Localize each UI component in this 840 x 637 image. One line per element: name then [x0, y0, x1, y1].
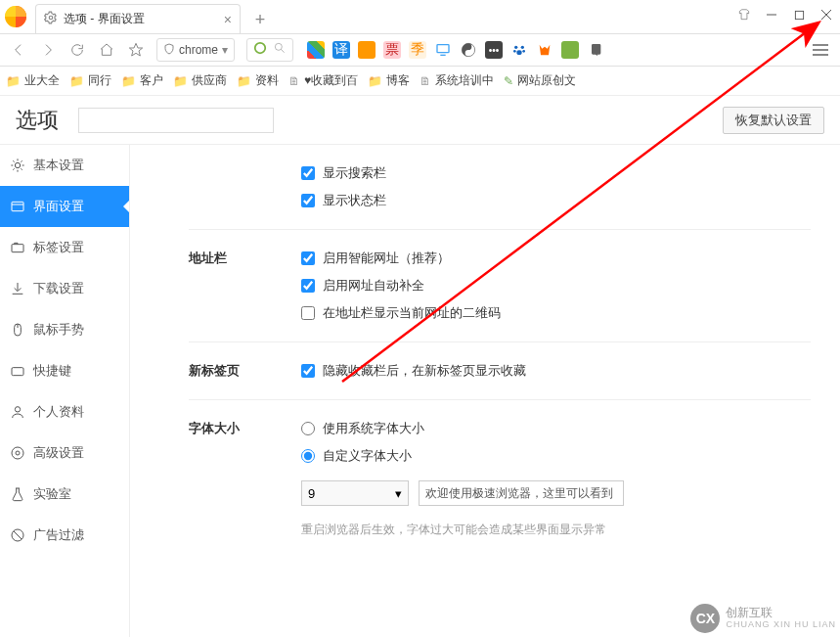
checkbox-label: 显示状态栏 — [323, 192, 386, 209]
bookmark-folder[interactable]: 📁资料 — [237, 72, 279, 89]
sidebar-item-label: 下载设置 — [33, 280, 84, 297]
folder-icon: 📁 — [6, 74, 21, 88]
sidebar-item-mouse[interactable]: 鼠标手势 — [0, 309, 129, 350]
checkbox-show-status[interactable]: 显示状态栏 — [301, 192, 811, 209]
tab-options[interactable]: 选项 - 界面设置 × — [35, 4, 241, 33]
sidebar-item-download[interactable]: 下载设置 — [0, 268, 129, 309]
radio-custom-font[interactable]: 自定义字体大小 — [301, 447, 811, 465]
search-icon[interactable] — [273, 41, 287, 59]
bookmark-label: 客户 — [140, 72, 163, 89]
svg-rect-10 — [437, 45, 449, 53]
ext-ticket-icon[interactable]: 票 — [383, 41, 401, 59]
svg-point-18 — [15, 162, 20, 167]
radio-input[interactable] — [301, 449, 315, 463]
checkbox-qr-code[interactable]: 在地址栏显示当前网址的二维码 — [301, 304, 811, 322]
sidebar-item-shortcut[interactable]: 快捷键 — [0, 350, 129, 391]
bookmark-label: 供应商 — [192, 72, 227, 89]
ext-yinyang-icon[interactable] — [460, 41, 477, 59]
tab-close-icon[interactable]: × — [224, 12, 232, 27]
checkbox-input[interactable] — [301, 279, 315, 293]
checkbox-input[interactable] — [301, 194, 315, 207]
sidebar-item-lab[interactable]: 实验室 — [0, 474, 129, 515]
options-search-input[interactable] — [78, 108, 274, 133]
checkbox-input[interactable] — [301, 364, 315, 378]
favorite-button[interactable] — [123, 37, 149, 63]
main-menu-button[interactable] — [807, 36, 834, 64]
ext-monitor-icon[interactable] — [434, 41, 452, 59]
settings-panel: 显示搜索栏 显示状态栏 地址栏 启用智能网址（推荐） 启用网址自动补全 在地址栏… — [130, 145, 840, 637]
search-provider-icon — [253, 41, 267, 59]
bookmark-page[interactable]: 🗎系统培训中 — [420, 72, 494, 89]
bookmark-folder[interactable]: 📁同行 — [69, 72, 111, 89]
bookmark-folder[interactable]: 📁业大全 — [6, 72, 60, 89]
bookmark-site[interactable]: ✎网站原创文 — [504, 72, 576, 89]
radio-system-font[interactable]: 使用系统字体大小 — [301, 420, 811, 437]
ext-season-icon[interactable]: 季 — [409, 41, 426, 59]
browser-logo-icon — [0, 0, 31, 33]
ext-shield-orange-icon[interactable] — [358, 41, 376, 59]
ext-evernote-icon[interactable] — [587, 41, 604, 59]
reload-button[interactable] — [65, 37, 90, 63]
sidebar-item-advanced[interactable]: 高级设置 — [0, 432, 129, 474]
font-size-select[interactable]: 9 ▾ — [301, 480, 409, 506]
sidebar-item-tabs[interactable]: 标签设置 — [0, 227, 129, 268]
maximize-button[interactable] — [785, 0, 813, 29]
checkbox-hide-fav[interactable]: 隐藏收藏栏后，在新标签页显示收藏 — [301, 362, 811, 380]
options-sidebar: 基本设置 界面设置 标签设置 下载设置 鼠标手势 快捷键 个人资料 高级设置 实… — [0, 145, 130, 637]
site-icon: ✎ — [504, 74, 513, 88]
checkbox-show-search[interactable]: 显示搜索栏 — [301, 164, 811, 182]
chevron-down-icon[interactable]: ▾ — [222, 43, 228, 57]
checkbox-label: 隐藏收藏栏后，在新标签页显示收藏 — [323, 362, 526, 380]
sidebar-item-basic[interactable]: 基本设置 — [0, 145, 129, 186]
radio-label: 自定义字体大小 — [323, 447, 412, 465]
shield-icon — [163, 43, 175, 58]
address-bar[interactable]: chrome ▾ — [156, 38, 235, 62]
font-size-value: 9 — [308, 486, 315, 501]
sidebar-item-label: 基本设置 — [33, 157, 84, 174]
checkbox-auto-complete[interactable]: 启用网址自动补全 — [301, 277, 811, 295]
ext-fox-icon[interactable] — [536, 41, 553, 59]
radio-input[interactable] — [301, 422, 315, 435]
skin-button[interactable] — [730, 0, 758, 29]
ext-grid-icon[interactable] — [307, 41, 325, 59]
restore-defaults-button[interactable]: 恢复默认设置 — [723, 107, 824, 134]
minimize-button[interactable] — [758, 0, 785, 29]
tab-title: 选项 - 界面设置 — [64, 11, 145, 27]
svg-rect-25 — [12, 368, 23, 376]
svg-line-9 — [281, 49, 284, 52]
svg-point-14 — [521, 46, 524, 49]
folder-icon: 📁 — [69, 74, 84, 88]
checkbox-smart-url[interactable]: 启用智能网址（推荐） — [301, 250, 811, 267]
sidebar-item-ui[interactable]: 界面设置 — [0, 186, 129, 227]
bookmark-folder[interactable]: 📁供应商 — [173, 72, 227, 89]
page-title: 选项 — [16, 106, 59, 135]
svg-point-16 — [522, 50, 525, 53]
ext-translate-icon[interactable]: 译 — [332, 41, 350, 59]
ext-dots-icon[interactable]: ••• — [485, 41, 503, 59]
search-box[interactable] — [246, 38, 293, 62]
sidebar-item-label: 鼠标手势 — [33, 321, 84, 339]
sidebar-item-adblock[interactable]: 广告过滤 — [0, 515, 129, 556]
ext-green-icon[interactable] — [561, 41, 579, 59]
watermark-logo-icon: CX — [690, 604, 720, 633]
folder-icon: 📁 — [368, 74, 382, 88]
ext-paw-icon[interactable] — [510, 41, 528, 59]
checkbox-input[interactable] — [301, 306, 315, 320]
new-tab-button[interactable]: + — [246, 6, 274, 33]
watermark-brand: 创新互联 — [726, 607, 836, 619]
checkbox-input[interactable] — [301, 166, 315, 180]
sidebar-item-label: 快捷键 — [33, 362, 71, 380]
svg-point-30 — [16, 451, 20, 455]
back-button[interactable] — [6, 37, 31, 63]
forward-button[interactable] — [35, 37, 61, 63]
close-window-button[interactable] — [813, 0, 840, 29]
bookmark-folder[interactable]: 📁博客 — [368, 72, 410, 89]
sidebar-item-profile[interactable]: 个人资料 — [0, 391, 129, 432]
checkbox-input[interactable] — [301, 251, 315, 265]
font-preview: 欢迎使用极速浏览器，这里可以看到 — [419, 480, 624, 506]
bookmark-page[interactable]: 🗎♥收藏到百 — [288, 72, 358, 89]
checkbox-label: 在地址栏显示当前网址的二维码 — [323, 304, 501, 322]
bookmark-folder[interactable]: 📁客户 — [121, 72, 163, 89]
options-header: 选项 恢复默认设置 — [0, 96, 840, 145]
home-button[interactable] — [94, 37, 119, 63]
